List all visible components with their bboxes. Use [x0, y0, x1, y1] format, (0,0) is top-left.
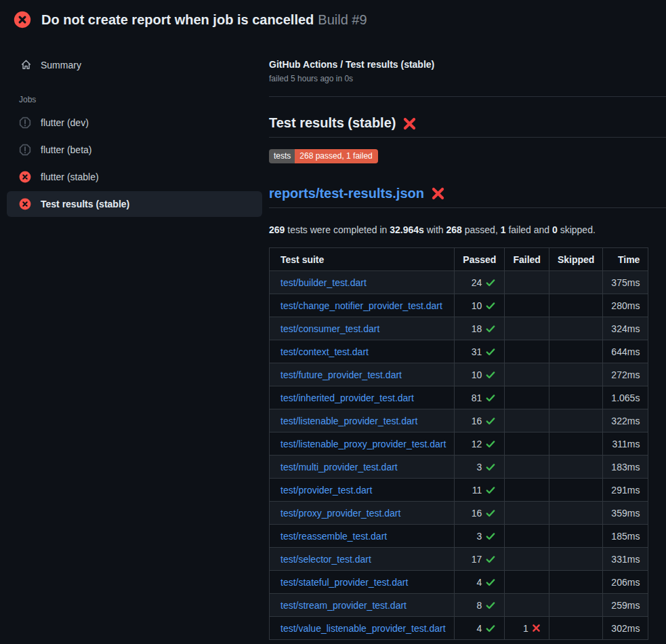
- suite-link[interactable]: test/consumer_test.dart: [280, 323, 379, 334]
- col-header-time: Time: [603, 248, 648, 271]
- passed-count: 4: [477, 623, 482, 634]
- summary-failed: 1: [501, 224, 506, 235]
- job-label: flutter (dev): [41, 117, 89, 129]
- suite-link[interactable]: test/context_test.dart: [280, 346, 369, 357]
- table-row: test/listenable_proxy_provider_test.dart…: [270, 432, 648, 456]
- check-icon: [485, 416, 496, 426]
- table-row: test/stream_provider_test.dart 8: [270, 594, 648, 617]
- job-label: flutter (beta): [41, 144, 91, 156]
- check-icon: [485, 277, 496, 288]
- table-row: test/stateful_provider_test.dart 4: [270, 571, 648, 594]
- failed-x-icon: [431, 186, 445, 201]
- skipped-cell: [549, 479, 602, 502]
- skipped-cell: [549, 548, 602, 571]
- badge-label: tests: [269, 149, 295, 163]
- passed-count: 10: [472, 369, 482, 380]
- suite-link[interactable]: test/multi_provider_test.dart: [280, 462, 398, 472]
- table-row: test/future_provider_test.dart 10: [270, 363, 648, 386]
- passed-cell: 17: [455, 548, 505, 571]
- build-number: Build #9: [318, 12, 367, 27]
- col-header-skipped: Skipped: [549, 248, 602, 271]
- table-row: test/change_notifier_provider_test.dart …: [270, 294, 648, 317]
- check-icon: [485, 485, 496, 496]
- passed-cell: 16: [455, 409, 505, 432]
- col-header-passed: Passed: [455, 248, 505, 271]
- time-cell: 272ms: [603, 363, 648, 386]
- page-header: Do not create report when job is cancell…: [0, 0, 666, 39]
- time-cell: 1.065s: [603, 386, 648, 409]
- suite-link[interactable]: test/inherited_provider_test.dart: [280, 393, 414, 403]
- suite-link[interactable]: test/listenable_provider_test.dart: [280, 416, 417, 426]
- passed-cell: 11: [455, 479, 505, 502]
- build-title-text: Do not create report when job is cancell…: [41, 12, 314, 27]
- suite-link[interactable]: test/stateful_provider_test.dart: [280, 577, 408, 588]
- suite-link[interactable]: test/proxy_provider_test.dart: [280, 508, 400, 519]
- suite-link[interactable]: test/value_listenable_provider_test.dart: [280, 623, 446, 634]
- suite-link[interactable]: test/reassemble_test.dart: [280, 531, 387, 542]
- tests-badge: tests268 passed, 1 failed: [269, 149, 378, 163]
- suite-link[interactable]: test/selector_test.dart: [280, 554, 371, 565]
- passed-count: 3: [477, 531, 482, 542]
- check-icon: [485, 600, 496, 611]
- suite-link[interactable]: test/provider_test.dart: [280, 485, 372, 496]
- failed-cell: [505, 502, 549, 525]
- check-icon: [485, 531, 496, 542]
- failed-cell: [505, 525, 549, 548]
- col-header-test-suite: Test suite: [270, 248, 455, 271]
- check-icon: [485, 577, 496, 588]
- suite-link[interactable]: test/stream_provider_test.dart: [280, 600, 407, 611]
- skipped-cell: [549, 363, 602, 386]
- skipped-cell: [549, 409, 602, 432]
- table-row: test/builder_test.dart 24: [270, 271, 648, 294]
- passed-count: 81: [472, 393, 482, 403]
- suite-link[interactable]: test/change_notifier_provider_test.dart: [280, 300, 442, 311]
- home-icon: [20, 59, 32, 71]
- sidebar-item-job[interactable]: flutter (dev): [7, 110, 262, 136]
- check-icon: [485, 439, 496, 449]
- failed-cell: [505, 363, 549, 386]
- summary-label: Summary: [41, 60, 81, 71]
- skipped-cell: [549, 317, 602, 340]
- suite-link[interactable]: test/listenable_proxy_provider_test.dart: [280, 439, 446, 449]
- suite-link[interactable]: test/builder_test.dart: [280, 277, 367, 288]
- passed-cell: 81: [455, 386, 505, 409]
- skipped-cell: [549, 271, 602, 294]
- table-row: test/proxy_provider_test.dart 16: [270, 502, 648, 525]
- check-icon: [485, 462, 496, 472]
- summary-duration: 32.964s: [390, 224, 424, 235]
- job-label: Test results (stable): [41, 198, 129, 210]
- build-failed-icon: [14, 11, 31, 28]
- report-file-link[interactable]: reports/test-results.json: [269, 186, 424, 201]
- failed-cell: [505, 594, 549, 617]
- passed-cell: 24: [455, 271, 505, 294]
- cancelled-icon: [19, 117, 31, 129]
- passed-count: 16: [472, 508, 482, 519]
- failed-icon: [19, 171, 31, 183]
- badge-value: 268 passed, 1 failed: [295, 149, 377, 163]
- sidebar-item-job[interactable]: flutter (beta): [7, 137, 262, 163]
- check-icon: [485, 346, 496, 357]
- section-title-text: Test results (stable): [269, 115, 396, 131]
- time-cell: 322ms: [603, 409, 648, 432]
- table-row: test/context_test.dart 31: [270, 340, 648, 363]
- skipped-cell: [549, 571, 602, 594]
- sidebar-item-summary[interactable]: Summary: [0, 55, 269, 75]
- summary-total: 269: [269, 224, 285, 235]
- sidebar-item-job[interactable]: flutter (stable): [7, 164, 262, 190]
- skipped-cell: [549, 432, 602, 456]
- time-cell: 206ms: [603, 571, 648, 594]
- skipped-cell: [549, 502, 602, 525]
- time-cell: 331ms: [603, 548, 648, 571]
- passed-cell: 3: [455, 525, 505, 548]
- failed-count: 1: [523, 623, 528, 634]
- skipped-cell: [549, 386, 602, 409]
- check-icon: [485, 323, 496, 334]
- summary-passed: 268: [446, 224, 462, 235]
- sidebar-item-job[interactable]: Test results (stable): [7, 191, 262, 217]
- check-icon: [485, 393, 496, 403]
- suite-link[interactable]: test/future_provider_test.dart: [280, 369, 402, 380]
- passed-cell: 4: [455, 617, 505, 640]
- test-results-table: Test suite Passed Failed Skipped Time te…: [269, 247, 648, 640]
- section-title: Test results (stable): [269, 115, 666, 138]
- jobs-section-label: Jobs: [19, 95, 269, 104]
